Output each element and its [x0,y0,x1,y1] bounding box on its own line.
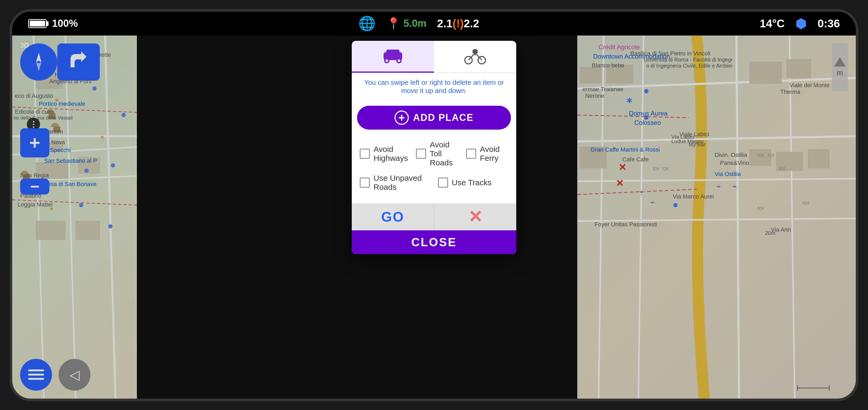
map-container: ★ ★ ★ Alle Carrette Bairr [12,36,856,399]
close-button[interactable]: CLOSE [352,230,516,254]
cancel-button[interactable]: ✕ [434,204,516,230]
gps-info: 📍 5.0m [386,17,427,31]
route-options-area: AvoidHighways Avoid TollRoads Avoid Ferr… [352,135,516,204]
svg-rect-71 [386,49,400,56]
globe-icon: 🌐 [359,15,376,32]
bike-icon [463,47,487,66]
go-button[interactable]: GO [352,204,434,230]
avoid-toll-checkbox[interactable] [416,149,426,159]
add-place-button[interactable]: + ADD PLACE [357,106,511,130]
use-tracks-label: Use Tracks [452,178,492,187]
car-mode-tab[interactable] [352,41,434,73]
close-label: CLOSE [411,236,457,249]
clock: 0:36 [817,17,840,30]
use-unpaved-checkbox[interactable] [360,178,370,187]
use-unpaved-option: Use Unpaved Roads [360,174,430,192]
status-bar: 100% 🌐 📍 5.0m 2.1(!)2.2 14°C ⬢ 0:36 [12,12,856,36]
use-tracks-checkbox[interactable] [438,178,448,187]
battery-fill [30,21,45,27]
swipe-hint: You can swipe left or right to delete an… [352,73,516,100]
cancel-icon: ✕ [468,207,483,227]
avoid-highways-option: AvoidHighways [360,145,408,163]
action-buttons-row: GO ✕ [352,204,516,230]
battery-icon [28,19,47,28]
speed-display: 2.1(!)2.2 [437,17,479,30]
avoid-ferry-label: Avoid Ferry [480,145,508,163]
battery-body [28,19,47,28]
use-tracks-option: Use Tracks [438,178,508,187]
status-right: 14°C ⬢ 0:36 [760,16,840,31]
temperature: 14°C [760,17,785,30]
route-options-dialog: You can swipe left or right to delete an… [352,41,516,254]
speed-limit: 2.2 [464,17,479,30]
car-icon [381,47,405,65]
status-left: 100% [28,18,78,29]
add-place-label: ADD PLACE [413,112,473,123]
current-speed: 2.1 [437,17,453,30]
speed-warning: (!) [453,17,464,30]
avoid-toll-option: Avoid TollRoads [416,140,458,167]
svg-point-75 [398,59,400,62]
avoid-highways-checkbox[interactable] [360,149,370,159]
options-row-1: AvoidHighways Avoid TollRoads Avoid Ferr… [360,140,508,167]
avoid-ferry-option: Avoid Ferry [466,145,508,163]
svg-point-74 [385,59,388,62]
avoid-toll-label: Avoid TollRoads [430,140,458,167]
options-row-2: Use Unpaved Roads Use Tracks [360,174,508,192]
transport-mode-tabs [352,41,516,73]
bluetooth-icon: ⬢ [795,16,807,31]
svg-point-82 [472,49,478,53]
status-center: 🌐 📍 5.0m 2.1(!)2.2 [359,15,479,32]
avoid-ferry-checkbox[interactable] [466,149,476,159]
modal-overlay: You can swipe left or right to delete an… [12,36,856,399]
use-unpaved-label: Use Unpaved Roads [373,174,430,192]
go-label: GO [381,209,404,225]
gps-pin-icon: 📍 [386,17,401,31]
avoid-highways-label: AvoidHighways [373,145,408,163]
gps-accuracy: 5.0m [403,18,427,29]
bike-mode-tab[interactable] [434,41,516,73]
battery-percent: 100% [52,18,78,29]
device-frame: 100% 🌐 📍 5.0m 2.1(!)2.2 14°C ⬢ 0:36 [9,9,859,401]
add-place-circle-icon: + [395,110,409,125]
